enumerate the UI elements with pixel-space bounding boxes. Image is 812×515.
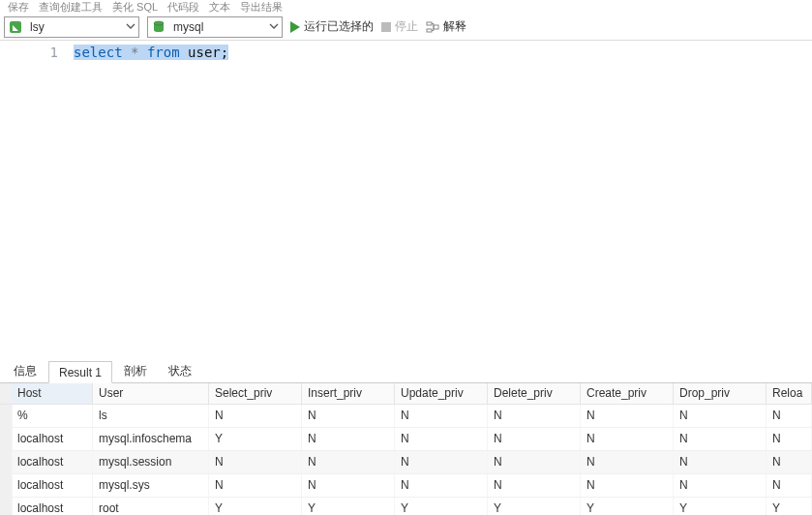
cell[interactable]: N: [395, 428, 488, 450]
cell[interactable]: Y: [302, 498, 395, 515]
cell[interactable]: N: [395, 474, 488, 497]
table-row[interactable]: localhostmysql.sysNNNNNNN: [0, 474, 812, 498]
explain-icon: [426, 20, 439, 34]
explain-button[interactable]: 解释: [426, 18, 466, 35]
sql-editor[interactable]: 1 select * from user;: [0, 41, 812, 360]
col-header[interactable]: Host: [12, 383, 93, 404]
cell[interactable]: N: [674, 451, 767, 473]
cell[interactable]: N: [209, 405, 302, 427]
play-icon: [290, 21, 300, 33]
svg-rect-0: [10, 21, 21, 33]
connection-select[interactable]: lsy: [4, 16, 139, 38]
cell[interactable]: N: [767, 428, 812, 450]
col-header[interactable]: User: [93, 383, 209, 404]
col-header[interactable]: Insert_priv: [302, 383, 395, 404]
cell[interactable]: N: [674, 428, 767, 450]
cell[interactable]: N: [581, 451, 674, 473]
query-toolbar: lsy mysql 运行已选择的 停止 解释: [0, 14, 812, 41]
cell[interactable]: localhost: [12, 474, 93, 497]
cell[interactable]: N: [488, 474, 581, 497]
cell[interactable]: N: [674, 405, 767, 427]
database-value: mysql: [169, 20, 266, 34]
toolbar-item[interactable]: 保存: [8, 0, 29, 14]
connection-icon: [7, 18, 24, 36]
top-toolbar: 保存 查询创建工具 美化 SQL 代码段 文本 导出结果: [0, 0, 812, 14]
cell[interactable]: ls: [93, 405, 209, 427]
cell[interactable]: N: [767, 451, 812, 473]
svg-rect-3: [427, 22, 432, 25]
col-header[interactable]: Select_priv: [209, 383, 302, 404]
col-header[interactable]: Drop_priv: [674, 383, 767, 404]
cell[interactable]: Y: [767, 498, 812, 515]
cell[interactable]: N: [767, 474, 812, 497]
result-grid[interactable]: Host User Select_priv Insert_priv Update…: [0, 383, 812, 515]
cell[interactable]: localhost: [12, 451, 93, 473]
connection-value: lsy: [26, 20, 123, 34]
toolbar-item[interactable]: 美化 SQL: [112, 0, 158, 14]
tab-profile[interactable]: 剖析: [114, 359, 157, 382]
cell[interactable]: localhost: [12, 498, 93, 515]
cell[interactable]: Y: [395, 498, 488, 515]
code-area[interactable]: select * from user;: [68, 41, 812, 360]
toolbar-item[interactable]: 代码段: [167, 0, 199, 14]
cell[interactable]: localhost: [12, 428, 93, 450]
cell[interactable]: Y: [209, 428, 302, 450]
cell[interactable]: N: [767, 405, 812, 427]
cell[interactable]: mysql.infoschema: [93, 428, 209, 450]
chevron-down-icon: [123, 20, 138, 34]
toolbar-item[interactable]: 文本: [209, 0, 230, 14]
cell[interactable]: N: [674, 474, 767, 497]
stop-icon: [381, 22, 391, 32]
run-selected-button[interactable]: 运行已选择的: [290, 18, 374, 35]
cell[interactable]: N: [395, 405, 488, 427]
table-row[interactable]: localhostmysql.infoschemaYNNNNNN: [0, 428, 812, 451]
grid-header-row: Host User Select_priv Insert_priv Update…: [0, 383, 812, 405]
cell[interactable]: mysql.sys: [93, 474, 209, 497]
cell[interactable]: N: [302, 428, 395, 450]
cell[interactable]: N: [488, 428, 581, 450]
tab-result-1[interactable]: Result 1: [48, 361, 112, 383]
toolbar-item[interactable]: 查询创建工具: [39, 0, 103, 14]
cell[interactable]: N: [488, 451, 581, 473]
cell[interactable]: N: [302, 474, 395, 497]
result-tabs: 信息 Result 1 剖析 状态: [0, 360, 812, 383]
col-header[interactable]: Delete_priv: [488, 383, 581, 404]
tab-status[interactable]: 状态: [159, 359, 201, 382]
database-select[interactable]: mysql: [147, 16, 283, 38]
table-row[interactable]: %lsNNNNNNN: [0, 405, 812, 428]
cell[interactable]: N: [302, 405, 395, 427]
chevron-down-icon: [266, 20, 282, 34]
cell[interactable]: N: [209, 474, 302, 497]
svg-rect-4: [427, 29, 432, 32]
cell[interactable]: N: [395, 451, 488, 473]
col-header[interactable]: Reloa: [767, 383, 812, 404]
cell[interactable]: N: [302, 451, 395, 473]
tab-info[interactable]: 信息: [4, 359, 46, 382]
cell[interactable]: N: [209, 451, 302, 473]
cell[interactable]: N: [581, 474, 674, 497]
table-row[interactable]: localhostrootYYYYYYY: [0, 498, 812, 515]
cell[interactable]: N: [488, 405, 581, 427]
cell[interactable]: N: [581, 428, 674, 450]
table-row[interactable]: localhostmysql.sessionNNNNNNN: [0, 451, 812, 474]
line-gutter: 1: [0, 41, 68, 360]
toolbar-item[interactable]: 导出结果: [240, 0, 283, 14]
col-header[interactable]: Update_priv: [395, 383, 488, 404]
cell[interactable]: Y: [581, 498, 674, 515]
col-header[interactable]: Create_priv: [581, 383, 674, 404]
cell[interactable]: Y: [209, 498, 302, 515]
line-number: 1: [0, 45, 58, 60]
database-icon: [150, 18, 167, 36]
cell[interactable]: Y: [488, 498, 581, 515]
cell[interactable]: mysql.session: [93, 451, 209, 473]
stop-button[interactable]: 停止: [381, 18, 418, 35]
cell[interactable]: Y: [674, 498, 767, 515]
cell[interactable]: N: [581, 405, 674, 427]
cell[interactable]: %: [12, 405, 93, 427]
cell[interactable]: root: [93, 498, 209, 515]
svg-rect-5: [434, 25, 438, 29]
